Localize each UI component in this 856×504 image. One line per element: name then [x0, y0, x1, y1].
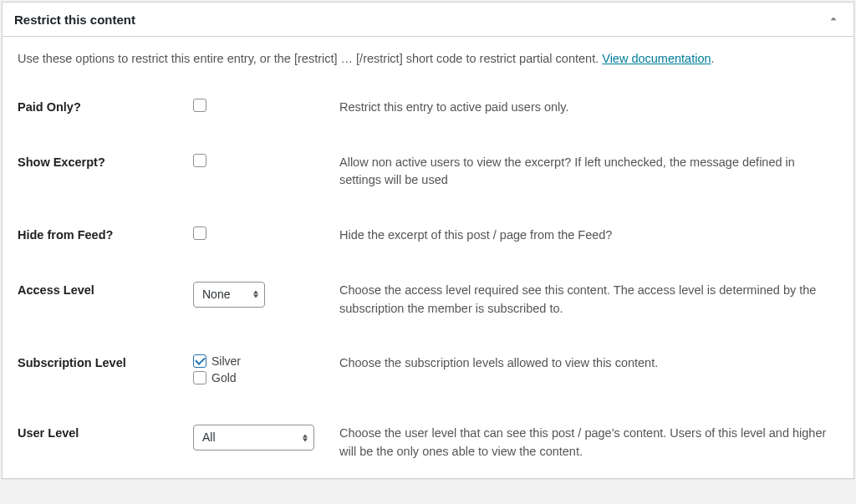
subscription-silver-checkbox[interactable]: [193, 354, 206, 368]
hide-from-feed-description: Hide the excerpt of this post / page fro…: [339, 227, 838, 245]
row-access-level: Access Level None Choose the access leve…: [18, 282, 838, 318]
metabox-toggle[interactable]: [825, 11, 842, 28]
show-excerpt-checkbox[interactable]: [193, 154, 206, 167]
access-level-select-wrap: None: [193, 282, 265, 308]
row-subscription-level: Subscription Level Silver Gold Choose th…: [18, 354, 838, 388]
subscription-silver-label: Silver: [211, 354, 241, 368]
paid-only-checkbox[interactable]: [193, 99, 206, 112]
access-level-select[interactable]: None: [193, 282, 265, 308]
user-level-description: Choose the user level that can see this …: [339, 425, 838, 461]
user-level-select-wrap: All: [193, 425, 314, 451]
access-level-input-cell: None: [193, 282, 339, 308]
intro-suffix: .: [711, 52, 715, 65]
paid-only-description: Restrict this entry to active paid users…: [339, 99, 838, 117]
access-level-description: Choose the access level required see thi…: [339, 282, 838, 318]
metabox-body: Use these options to restrict this entir…: [3, 37, 853, 478]
user-level-input-cell: All: [193, 425, 339, 451]
access-level-label: Access Level: [18, 282, 193, 297]
show-excerpt-input-cell: [193, 154, 339, 170]
intro-text: Use these options to restrict this entir…: [18, 50, 838, 69]
intro-prefix: Use these options to restrict this entir…: [18, 52, 602, 65]
subscription-level-label: Subscription Level: [18, 354, 193, 369]
paid-only-label: Paid Only?: [18, 99, 193, 114]
user-level-label: User Level: [18, 425, 193, 440]
paid-only-input-cell: [193, 99, 339, 115]
row-paid-only: Paid Only? Restrict this entry to active…: [18, 99, 838, 117]
subscription-level-description: Choose the subscription levels allowed t…: [339, 354, 838, 373]
chevron-up-icon: [828, 14, 838, 24]
view-documentation-link[interactable]: View documentation: [602, 52, 711, 65]
restrict-content-metabox: Restrict this content Use these options …: [2, 2, 854, 479]
subscription-gold-checkbox[interactable]: [193, 371, 206, 384]
subscription-gold-label: Gold: [211, 371, 237, 384]
hide-from-feed-checkbox[interactable]: [193, 227, 206, 240]
subscription-level-input-cell: Silver Gold: [193, 354, 339, 388]
show-excerpt-description: Allow non active users to view the excer…: [339, 154, 838, 191]
show-excerpt-label: Show Excerpt?: [18, 154, 193, 169]
metabox-header: Restrict this content: [3, 3, 853, 37]
row-hide-from-feed: Hide from Feed? Hide the excerpt of this…: [18, 227, 838, 245]
hide-from-feed-input-cell: [193, 227, 339, 242]
user-level-select[interactable]: All: [193, 425, 314, 451]
subscription-option-gold: Gold: [193, 371, 339, 384]
metabox-title: Restrict this content: [14, 13, 135, 27]
hide-from-feed-label: Hide from Feed?: [18, 227, 193, 242]
row-user-level: User Level All Choose the user level tha…: [18, 425, 838, 461]
subscription-option-silver: Silver: [193, 354, 339, 368]
row-show-excerpt: Show Excerpt? Allow non active users to …: [18, 154, 838, 191]
